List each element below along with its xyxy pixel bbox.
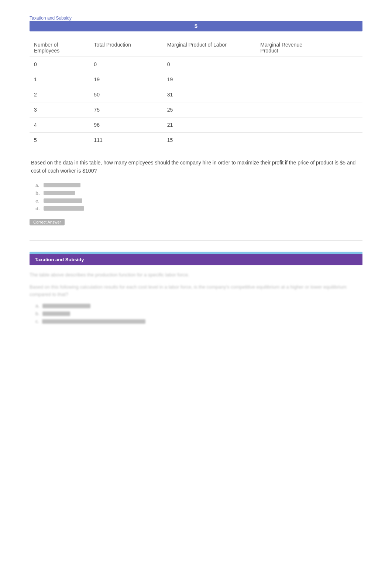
cell-employees: 2 bbox=[30, 87, 89, 102]
cell-mrp bbox=[256, 87, 362, 102]
section2-text1: The table above describes the production… bbox=[30, 271, 362, 279]
divider bbox=[30, 240, 362, 241]
list-item: a. bbox=[35, 303, 362, 309]
col-header-employees: Number of Employees bbox=[30, 39, 89, 57]
cell-mrp bbox=[256, 102, 362, 118]
list-item: b. bbox=[35, 311, 362, 316]
cell-marginal-product: 25 bbox=[163, 102, 256, 118]
option-bar bbox=[44, 191, 75, 195]
option-bar bbox=[42, 304, 90, 308]
option-letter: b. bbox=[35, 311, 39, 316]
section2-options-list: a. b. c. bbox=[35, 303, 362, 324]
col-header-mrp: Marginal Revenue Product bbox=[256, 39, 362, 57]
table-row: 4 96 21 bbox=[30, 118, 362, 133]
option-bar bbox=[44, 183, 80, 187]
option-letter: c. bbox=[35, 319, 39, 324]
question-number: 5 bbox=[195, 23, 197, 29]
cell-total-production: 50 bbox=[89, 87, 162, 102]
option-bar bbox=[44, 206, 84, 211]
table-row: 3 75 25 bbox=[30, 102, 362, 118]
table-row: 1 19 19 bbox=[30, 72, 362, 87]
cell-marginal-product: 15 bbox=[163, 133, 256, 148]
list-item[interactable]: c. bbox=[35, 198, 362, 204]
cell-marginal-product: 21 bbox=[163, 118, 256, 133]
cell-mrp bbox=[256, 57, 362, 72]
cell-employees: 1 bbox=[30, 72, 89, 87]
cell-total-production: 111 bbox=[89, 133, 162, 148]
cell-employees: 5 bbox=[30, 133, 89, 148]
correct-answer-tag: Correct Answer bbox=[30, 219, 65, 225]
option-bar bbox=[44, 198, 82, 203]
production-table: Number of Employees Total Production Mar… bbox=[30, 39, 362, 147]
table-row: 0 0 0 bbox=[30, 57, 362, 72]
list-item[interactable]: d. bbox=[35, 206, 362, 211]
section-bar-main: Taxation and Subsidy bbox=[30, 254, 362, 265]
option-letter: c. bbox=[35, 198, 41, 204]
answer-options-list: a. b. c. d. bbox=[35, 183, 362, 211]
cell-total-production: 96 bbox=[89, 118, 162, 133]
cell-employees: 3 bbox=[30, 102, 89, 118]
cell-marginal-product: 0 bbox=[163, 57, 256, 72]
option-letter: a. bbox=[35, 183, 41, 188]
option-letter: a. bbox=[35, 303, 39, 309]
section2-text2: Based on this following calculation resu… bbox=[30, 283, 362, 299]
cell-total-production: 75 bbox=[89, 102, 162, 118]
question1-text: Based on the data in this table, how man… bbox=[30, 159, 362, 175]
table-row: 5 111 15 bbox=[30, 133, 362, 148]
cell-total-production: 19 bbox=[89, 72, 162, 87]
option-bar bbox=[42, 312, 70, 316]
cell-mrp bbox=[256, 133, 362, 148]
cell-mrp bbox=[256, 118, 362, 133]
section-bar-top bbox=[30, 252, 362, 254]
option-bar bbox=[42, 319, 145, 324]
question-number-bar: 5 bbox=[30, 21, 362, 31]
option-letter: b. bbox=[35, 190, 41, 196]
col-header-total-production: Total Production bbox=[89, 39, 162, 57]
option-letter: d. bbox=[35, 206, 41, 211]
section2-header: Taxation and Subsidy bbox=[30, 252, 362, 265]
breadcrumb[interactable]: Taxation and Subsidy bbox=[30, 15, 362, 21]
breadcrumb-label: Taxation and Subsidy bbox=[30, 16, 72, 21]
cell-employees: 0 bbox=[30, 57, 89, 72]
cell-total-production: 0 bbox=[89, 57, 162, 72]
list-item: c. bbox=[35, 319, 362, 324]
cell-marginal-product: 19 bbox=[163, 72, 256, 87]
cell-mrp bbox=[256, 72, 362, 87]
list-item[interactable]: b. bbox=[35, 190, 362, 196]
cell-marginal-product: 31 bbox=[163, 87, 256, 102]
cell-employees: 4 bbox=[30, 118, 89, 133]
table-row: 2 50 31 bbox=[30, 87, 362, 102]
col-header-marginal-product: Marginal Product of Labor bbox=[163, 39, 256, 57]
list-item[interactable]: a. bbox=[35, 183, 362, 188]
